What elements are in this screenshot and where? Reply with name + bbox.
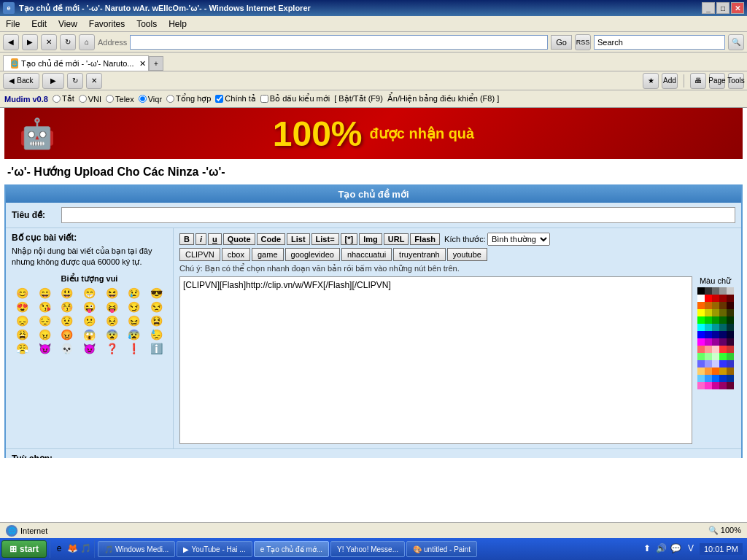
emoji-11[interactable]: 😜	[79, 300, 101, 314]
color-cell[interactable]	[719, 287, 727, 295]
close-button[interactable]: ✕	[731, 2, 744, 14]
emoji-12[interactable]: 😝	[101, 300, 123, 314]
color-cell[interactable]	[697, 375, 705, 382]
color-cell[interactable]	[705, 360, 712, 368]
menu-favorites[interactable]: Favorites	[83, 18, 131, 31]
tab-main[interactable]: 🌐 Tạo chủ đề mới - '-ω'- Naruto... ✕	[3, 55, 149, 71]
color-cell[interactable]	[712, 346, 719, 353]
color-cell[interactable]	[697, 309, 705, 316]
taskbar-yahoo[interactable]: Y! Yahoo! Messe...	[330, 541, 405, 557]
bb-listitem-button[interactable]: [*]	[341, 233, 358, 245]
menu-file[interactable]: File	[0, 18, 26, 31]
color-cell[interactable]	[727, 331, 734, 338]
color-cell[interactable]	[719, 309, 727, 316]
emoji-5[interactable]: 😆	[101, 287, 123, 300]
emoji-24[interactable]: 😡	[56, 328, 78, 341]
color-cell[interactable]	[727, 338, 734, 346]
sp-cbox-button[interactable]: cbox	[222, 248, 250, 261]
search-go-button[interactable]: 🔍	[728, 34, 744, 50]
color-cell[interactable]	[719, 346, 727, 353]
color-cell[interactable]	[712, 324, 719, 331]
emoji-1[interactable]: 😊	[12, 287, 34, 300]
color-cell[interactable]	[705, 346, 712, 353]
search-input[interactable]	[594, 35, 725, 50]
bb-flash-button[interactable]: Flash	[410, 233, 440, 245]
color-cell[interactable]	[705, 302, 712, 309]
color-cell[interactable]	[712, 309, 719, 316]
mudim-bodau-checkbox[interactable]	[260, 95, 268, 103]
emoji-26[interactable]: 😨	[101, 328, 123, 341]
bb-url-button[interactable]: URL	[384, 233, 409, 245]
emoji-32[interactable]: 👿	[79, 342, 101, 355]
taskbar-forum[interactable]: e Tạo chủ đề mớ...	[254, 541, 329, 557]
firefox-quick-icon[interactable]: 🦊	[66, 543, 78, 555]
emoji-29[interactable]: 😤	[12, 342, 34, 355]
color-cell[interactable]	[705, 324, 712, 331]
sp-youtube-button[interactable]: youtube	[447, 248, 487, 261]
color-cell[interactable]	[705, 295, 712, 302]
menu-view[interactable]: View	[53, 18, 83, 31]
mudim-bodau-check[interactable]: Bỏ dấu kiểu mới	[260, 94, 330, 104]
color-cell[interactable]	[712, 302, 719, 309]
mudim-viqr-label[interactable]: Viqr	[139, 95, 162, 104]
print-button[interactable]: 🖶	[690, 73, 706, 89]
emoji-19[interactable]: 😣	[101, 314, 123, 327]
bb-quote-button[interactable]: Quote	[223, 233, 255, 245]
tab-close-icon[interactable]: ✕	[139, 59, 146, 69]
emoji-18[interactable]: 😕	[79, 314, 101, 327]
mudim-vni-label[interactable]: VNI	[79, 95, 101, 104]
color-cell[interactable]	[705, 338, 712, 346]
emoji-13[interactable]: 😏	[123, 300, 145, 314]
emoji-15[interactable]: 😞	[12, 314, 34, 327]
color-cell[interactable]	[712, 382, 719, 389]
color-cell[interactable]	[719, 375, 727, 382]
home-button[interactable]: ⌂	[79, 34, 95, 50]
color-cell[interactable]	[697, 368, 705, 375]
emoji-35[interactable]: ℹ️	[145, 342, 167, 355]
color-cell[interactable]	[727, 360, 734, 368]
emoji-9[interactable]: 😘	[34, 300, 56, 314]
back-button[interactable]: ◀	[3, 34, 19, 50]
color-cell[interactable]	[712, 287, 719, 295]
color-cell[interactable]	[712, 316, 719, 324]
color-cell[interactable]	[697, 295, 705, 302]
emoji-8[interactable]: 😍	[12, 300, 34, 314]
menu-edit[interactable]: Edit	[26, 18, 53, 31]
bb-underline-button[interactable]: u	[208, 233, 222, 245]
favorites-button[interactable]: ★	[643, 73, 659, 89]
color-cell[interactable]	[697, 382, 705, 389]
tieude-input[interactable]	[61, 207, 735, 223]
color-cell[interactable]	[712, 338, 719, 346]
address-input[interactable]: http://war3naruto.hnsv.com/posting.php?m…	[130, 35, 548, 50]
sp-nhaccuatui-button[interactable]: nhaccuatui	[341, 248, 392, 261]
bb-list-button[interactable]: List	[287, 233, 310, 245]
mudim-telex-radio[interactable]	[106, 95, 114, 103]
bb-img-button[interactable]: Img	[359, 233, 382, 245]
color-cell[interactable]	[719, 295, 727, 302]
emoji-17[interactable]: 😟	[56, 314, 78, 327]
color-cell[interactable]	[712, 353, 719, 360]
bb-code-button[interactable]: Code	[257, 233, 286, 245]
emoji-6[interactable]: 😢	[123, 287, 145, 300]
emoji-25[interactable]: 😱	[79, 328, 101, 341]
minimize-button[interactable]: _	[702, 2, 715, 14]
color-cell[interactable]	[719, 324, 727, 331]
menu-tools[interactable]: Tools	[131, 18, 163, 31]
emoji-10[interactable]: 😚	[56, 300, 78, 314]
color-cell[interactable]	[697, 360, 705, 368]
color-cell[interactable]	[697, 331, 705, 338]
color-cell[interactable]	[705, 368, 712, 375]
start-button[interactable]: ⊞ start	[1, 540, 47, 558]
taskbar-paint[interactable]: 🎨 untitled - Paint	[406, 541, 477, 557]
emoji-7[interactable]: 😎	[145, 287, 167, 300]
emoji-30[interactable]: 😈	[34, 342, 56, 355]
color-cell[interactable]	[712, 295, 719, 302]
emoji-23[interactable]: 😠	[34, 328, 56, 341]
color-cell[interactable]	[705, 287, 712, 295]
color-cell[interactable]	[705, 316, 712, 324]
emoji-33[interactable]: ❓	[101, 342, 123, 355]
color-cell[interactable]	[712, 360, 719, 368]
color-cell[interactable]	[727, 382, 734, 389]
emoji-34[interactable]: ❗	[123, 342, 145, 355]
sp-clipvn-button[interactable]: CLIPVN	[179, 248, 220, 261]
